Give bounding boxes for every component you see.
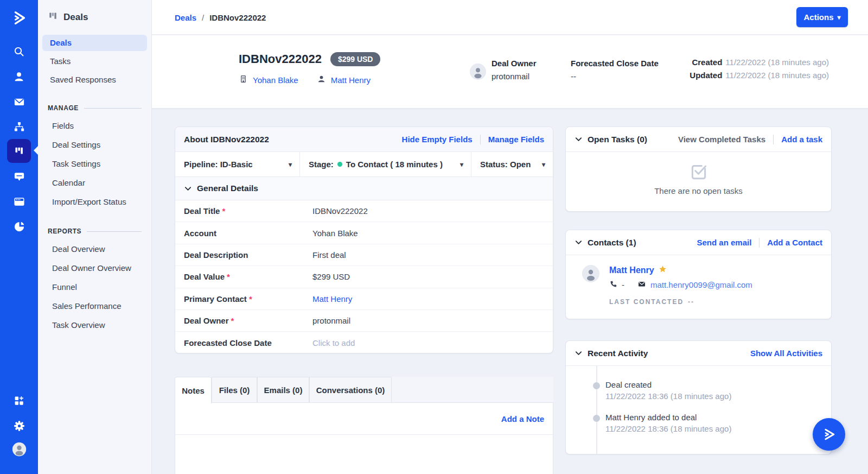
sidebar-item-deal-owner-overview[interactable]: Deal Owner Overview xyxy=(38,258,151,277)
required-marker: * xyxy=(227,272,230,281)
sidebar-item-fields[interactable]: Fields xyxy=(38,116,151,135)
add-a-contact-link[interactable]: Add a Contact xyxy=(767,238,822,247)
reports-pie-icon[interactable] xyxy=(0,217,38,236)
sidebar-item-deal-settings[interactable]: Deal Settings xyxy=(38,135,151,154)
campaigns-email-icon[interactable] xyxy=(0,92,38,111)
field-value[interactable]: protonmail xyxy=(312,316,350,325)
breadcrumb-deals-link[interactable]: Deals xyxy=(175,13,196,22)
created-label: Created xyxy=(692,58,722,67)
sidebar-item-import-export[interactable]: Import/Export Status xyxy=(38,192,151,211)
breadcrumb-separator: / xyxy=(202,13,204,22)
last-contacted-label: LAST CONTACTED xyxy=(609,298,684,306)
sidebar-item-saved-responses[interactable]: Saved Responses xyxy=(42,72,147,88)
deals-kanban-icon[interactable] xyxy=(7,139,31,163)
tab-notes[interactable]: Notes xyxy=(175,377,212,403)
sidebar-item-deal-overview[interactable]: Deal Overview xyxy=(38,239,151,258)
tab-emails[interactable]: Emails (0) xyxy=(257,377,309,403)
field-value-contact-link[interactable]: Matt Henry xyxy=(312,294,352,304)
field-row-primary-contact: Primary Contact* Matt Henry xyxy=(175,288,553,310)
deal-title: IDBNov222022 xyxy=(239,52,322,66)
field-value[interactable]: First deal xyxy=(312,250,346,260)
apps-add-icon[interactable] xyxy=(0,391,38,410)
notes-panel: Add a Note xyxy=(175,402,553,474)
field-label: Primary Contact xyxy=(184,294,247,304)
field-value[interactable]: $299 USD xyxy=(312,272,350,281)
sidebar-item-task-overview[interactable]: Task Overview xyxy=(38,315,151,334)
actions-button[interactable]: Actions ▾ xyxy=(796,7,848,27)
note-editor-area[interactable] xyxy=(175,435,553,474)
sidebar-item-tasks[interactable]: Tasks xyxy=(42,53,147,69)
sidebar-item-calendar[interactable]: Calendar xyxy=(38,173,151,192)
view-completed-tasks-link[interactable]: View Completed Tasks xyxy=(678,135,765,144)
contact-email-link[interactable]: matt.henry0099@gmail.com xyxy=(650,280,752,289)
stage-label: Stage: xyxy=(309,160,334,169)
add-task-link[interactable]: Add a task xyxy=(781,135,822,144)
breadcrumb: Deals / IDBNov222022 xyxy=(175,0,266,35)
recent-activity-title: Recent Activity xyxy=(588,349,648,358)
sidebar-item-funnel[interactable]: Funnel xyxy=(38,277,151,296)
automations-sitemap-icon[interactable] xyxy=(0,117,38,136)
pipeline-dropdown[interactable]: Pipeline: ID-Basic ▾ xyxy=(175,152,300,176)
website-browser-icon[interactable] xyxy=(0,192,38,211)
tab-files[interactable]: Files (0) xyxy=(212,377,257,403)
activecampaign-logo-icon[interactable] xyxy=(0,9,38,27)
floating-chat-button[interactable] xyxy=(813,418,845,451)
manage-fields-link[interactable]: Manage Fields xyxy=(488,135,544,144)
contact-phone-value: - xyxy=(622,280,624,289)
add-note-row: Add a Note xyxy=(175,403,553,435)
activity-item: Deal created 11/22/2022 18:36 (18 minute… xyxy=(605,380,822,401)
stage-dropdown[interactable]: Stage: To Contact ( 18 minutes ) ▾ xyxy=(300,152,471,176)
sidebar-item-task-settings[interactable]: Task Settings xyxy=(38,154,151,173)
show-all-activities-link[interactable]: Show All Activities xyxy=(750,349,822,358)
hide-empty-fields-link[interactable]: Hide Empty Fields xyxy=(402,135,473,144)
general-details-section[interactable]: General Details xyxy=(175,177,553,200)
general-details-title: General Details xyxy=(197,184,258,193)
activecampaign-chevron-icon xyxy=(821,427,837,442)
deal-account-link[interactable]: Yohan Blake xyxy=(253,75,298,85)
pipeline-label: Pipeline: xyxy=(184,160,218,169)
checkbox-check-icon xyxy=(689,161,709,183)
last-contacted-value: -- xyxy=(688,298,694,306)
email-envelope-icon xyxy=(637,280,646,290)
chevron-down-icon[interactable] xyxy=(575,349,583,357)
deal-primary-contact-link[interactable]: Matt Henry xyxy=(331,75,371,85)
star-icon[interactable] xyxy=(659,265,667,275)
phone-icon xyxy=(609,280,617,290)
add-note-link[interactable]: Add a Note xyxy=(501,414,544,424)
field-row-deal-value: Deal Value* $299 USD xyxy=(175,266,553,288)
contact-list-item: Matt Henry - matt.henry0099@gmail.com xyxy=(566,255,831,306)
actions-button-label: Actions xyxy=(803,12,833,22)
contacts-icon[interactable] xyxy=(0,67,38,86)
conversations-icon[interactable] xyxy=(0,167,38,186)
field-value[interactable]: IDBNov222022 xyxy=(312,206,368,216)
open-tasks-body: There are no open tasks xyxy=(566,152,831,195)
contact-avatar xyxy=(582,265,599,282)
no-open-tasks-message: There are no open tasks xyxy=(654,186,743,195)
app-root: Deals Deals Tasks Saved Responses MANAGE… xyxy=(0,0,868,474)
deal-owner-value: protonmail xyxy=(492,72,537,81)
tab-conversations[interactable]: Conversations (0) xyxy=(309,377,392,403)
status-label: Status: xyxy=(480,160,508,169)
account-avatar[interactable] xyxy=(0,440,38,458)
sidebar-item-sales-performance[interactable]: Sales Performance xyxy=(38,296,151,315)
settings-gear-icon[interactable] xyxy=(0,416,38,435)
contact-name-link[interactable]: Matt Henry xyxy=(609,266,654,275)
status-value: Open xyxy=(510,160,531,169)
status-dropdown[interactable]: Status: Open ▾ xyxy=(471,152,553,176)
last-contacted-row: LAST CONTACTED -- xyxy=(609,298,752,306)
send-an-email-link[interactable]: Send an email xyxy=(697,238,751,247)
sidebar-title: Deals xyxy=(63,12,88,23)
contacts-header: Contacts (1) Send an email Add a Contact xyxy=(566,230,831,255)
sidebar-item-deals[interactable]: Deals xyxy=(42,35,147,51)
field-label: Deal Description xyxy=(184,250,248,260)
sidebar-section-reports: REPORTS xyxy=(48,227,142,235)
search-icon[interactable] xyxy=(0,42,38,61)
field-label: Deal Value xyxy=(184,272,225,281)
stage-value: To Contact ( 18 minutes ) xyxy=(346,160,443,169)
chevron-down-icon[interactable] xyxy=(575,238,583,247)
section-divider xyxy=(84,108,142,109)
field-value-click-to-add[interactable]: Click to add xyxy=(312,338,355,347)
activity-text: Deal created xyxy=(605,380,822,389)
field-value[interactable]: Yohan Blake xyxy=(312,229,358,238)
chevron-down-icon[interactable] xyxy=(575,135,583,143)
